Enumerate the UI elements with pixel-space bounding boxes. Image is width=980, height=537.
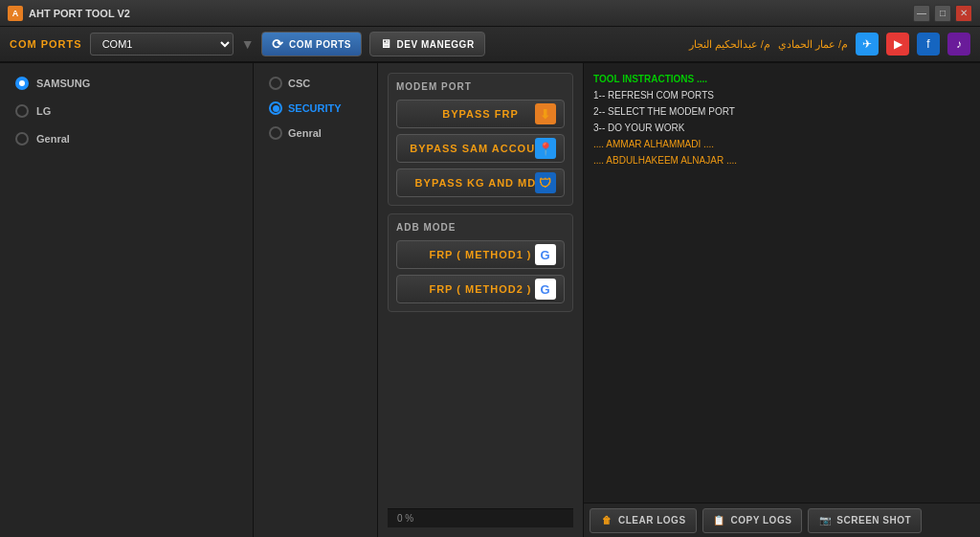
pc-icon: 🖥 xyxy=(380,37,392,51)
sub-radio-genral2 xyxy=(269,126,282,140)
arabic-name-2: م/ عمار الحمادي xyxy=(778,38,848,51)
titlebar: A AHT PORT TOOL V2 — □ ✕ xyxy=(0,0,980,27)
sub-label-genral2: Genral xyxy=(288,127,322,139)
sub-radio-csc xyxy=(269,77,282,90)
dropdown-arrow-icon: ▼ xyxy=(241,36,255,52)
log-footer: 🗑 CLEAR LOGS 📋 COPY LOGS 📷 SCREEN SHOT xyxy=(584,503,980,537)
brand-label-samsung: SAMSUNG xyxy=(36,78,90,89)
sub-label-csc: CSC xyxy=(288,78,310,89)
progress-section: 0 % xyxy=(388,508,573,527)
modem-port-title: MODEM PORT xyxy=(396,81,565,92)
bypass-frp-button[interactable]: BYPASS FRP ⬇ xyxy=(396,100,565,128)
sub-label-security: SECURITY xyxy=(288,102,342,114)
sam-icon: 📍 xyxy=(535,138,556,159)
com-port-select[interactable]: COM1 xyxy=(90,33,234,56)
brand-list: SAMSUNG LG Genral xyxy=(8,71,245,529)
brand-panel: SAMSUNG LG Genral xyxy=(0,63,254,537)
brand-item-samsung[interactable]: SAMSUNG xyxy=(8,71,245,96)
log-line: .... AMMAR ALHAMMADI .... xyxy=(593,136,970,152)
adb-mode-section: ADB MODE FRP ( METHOD1 ) G FRP ( METHOD2… xyxy=(388,213,573,312)
brand-label-genral: Genral xyxy=(36,133,70,145)
sub-item-genral2[interactable]: Genral xyxy=(261,121,369,145)
facebook-icon[interactable]: f xyxy=(917,33,940,56)
copy-icon: 📋 xyxy=(713,514,726,527)
close-button[interactable]: ✕ xyxy=(955,5,972,22)
music-icon[interactable]: ♪ xyxy=(947,33,970,56)
sub-item-security[interactable]: SECURITY xyxy=(261,96,369,121)
brand-item-lg[interactable]: LG xyxy=(8,99,245,123)
sub-item-csc[interactable]: CSC xyxy=(261,71,369,96)
log-line: 1-- REFRESH COM PORTS xyxy=(593,87,970,103)
google-icon-1: G xyxy=(535,244,556,265)
copy-logs-button[interactable]: 📋 COPY LOGS xyxy=(702,508,803,533)
adb-mode-title: ADB MODE xyxy=(396,222,565,233)
window-controls: — □ ✕ xyxy=(913,5,972,22)
log-area: TOOL INSTRACTIONS ....1-- REFRESH COM PO… xyxy=(584,63,980,503)
log-line: TOOL INSTRACTIONS .... xyxy=(593,71,970,87)
frp-method1-button[interactable]: FRP ( METHOD1 ) G xyxy=(396,240,565,269)
log-panel: TOOL INSTRACTIONS ....1-- REFRESH COM PO… xyxy=(583,63,980,537)
toolbar: COM PORTS COM1 ▼ ⟳ COM PORTS 🖥 DEV MANEG… xyxy=(0,27,980,63)
brand-radio-lg xyxy=(15,104,29,118)
clear-icon: 🗑 xyxy=(600,514,613,527)
brand-item-genral[interactable]: Genral xyxy=(8,126,245,151)
dev-manager-button[interactable]: 🖥 DEV MANEGGR xyxy=(369,32,485,56)
center-panel: MODEM PORT BYPASS FRP ⬇ BYPASS SAM ACCOU… xyxy=(378,63,583,537)
com-ports-button[interactable]: ⟳ COM PORTS xyxy=(261,32,362,56)
progress-bar: 0 % xyxy=(388,508,573,527)
sub-radio-security xyxy=(269,101,282,115)
arabic-name-1: م/ عبدالحكيم النجار xyxy=(689,38,770,51)
kg-icon: 🛡 xyxy=(535,172,556,193)
log-line: 3-- DO YOUR WORK xyxy=(593,120,970,136)
sub-panel: CSC SECURITY Genral xyxy=(254,63,378,537)
google-icon-2: G xyxy=(535,279,556,300)
brand-label-lg: LG xyxy=(36,105,51,117)
app-icon: A xyxy=(8,6,23,21)
minimize-button[interactable]: — xyxy=(913,5,930,22)
brand-radio-genral xyxy=(15,132,29,145)
brand-radio-samsung xyxy=(15,77,29,90)
log-line: 2-- SELECT THE MODEM PORT xyxy=(593,103,970,120)
modem-port-section: MODEM PORT BYPASS FRP ⬇ BYPASS SAM ACCOU… xyxy=(388,73,573,206)
frp-icon: ⬇ xyxy=(535,103,556,124)
telegram-icon[interactable]: ✈ xyxy=(856,33,879,56)
frp-method2-button[interactable]: FRP ( METHOD2 ) G xyxy=(396,275,565,303)
youtube-icon[interactable]: ▶ xyxy=(886,33,909,56)
log-line: .... ABDULHAKEEM ALNAJAR .... xyxy=(593,152,970,168)
screenshot-button[interactable]: 📷 SCREEN SHOT xyxy=(808,508,922,533)
app-title: AHT PORT TOOL V2 xyxy=(29,8,913,19)
bypass-sam-button[interactable]: BYPASS SAM ACCOUNT 📍 xyxy=(396,134,565,163)
com-ports-label: COM PORTS xyxy=(10,38,82,50)
camera-icon: 📷 xyxy=(818,514,832,527)
refresh-icon: ⟳ xyxy=(272,36,284,52)
main-area: SAMSUNG LG Genral CSC SECURITY Genral xyxy=(0,63,980,537)
clear-logs-button[interactable]: 🗑 CLEAR LOGS xyxy=(590,508,697,533)
progress-label: 0 % xyxy=(397,513,413,524)
toolbar-right: م/ عبدالحكيم النجار م/ عمار الحمادي ✈ ▶ … xyxy=(689,33,970,56)
bypass-kg-button[interactable]: BYPASS KG AND MDM 🛡 xyxy=(396,168,565,197)
maximize-button[interactable]: □ xyxy=(934,5,951,22)
